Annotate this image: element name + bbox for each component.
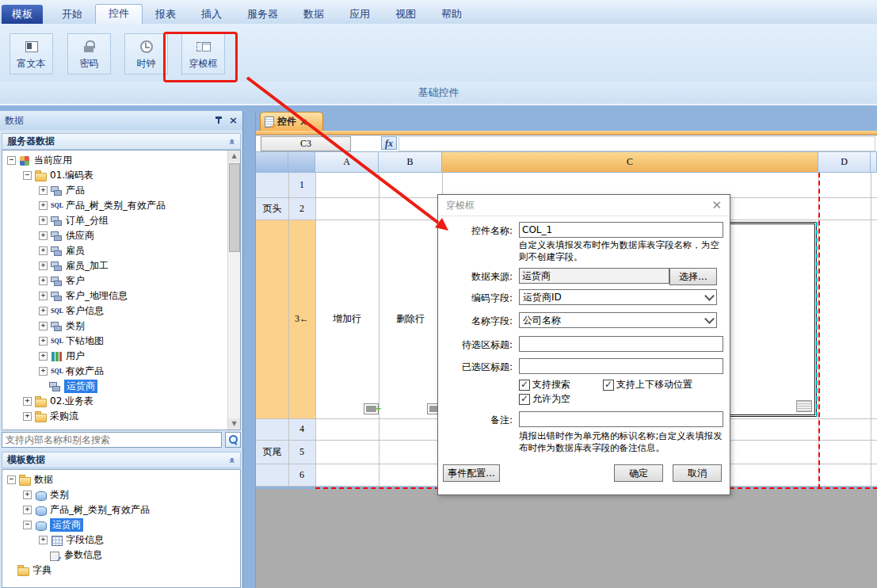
tree-item[interactable]: 产品	[2, 183, 240, 198]
tree-item[interactable]: 采购流	[2, 409, 240, 424]
tree-item[interactable]: 下钻地图	[2, 334, 240, 349]
expander-icon[interactable]	[39, 277, 48, 285]
col-header-d[interactable]: D	[818, 151, 871, 173]
expander-icon[interactable]	[39, 246, 48, 255]
pin-icon[interactable]	[215, 116, 223, 125]
checkbox-checked-icon[interactable]	[519, 380, 530, 391]
collapse-chevron-icon[interactable]: «	[227, 457, 238, 464]
event-config-button[interactable]: 事件配置...	[443, 464, 500, 482]
expander-icon[interactable]	[39, 186, 48, 195]
richtext-button[interactable]: 富文本	[10, 33, 53, 74]
row-header-3[interactable]: 3←	[288, 220, 315, 418]
col-header-c[interactable]: C	[442, 151, 818, 173]
collapse-chevron-icon[interactable]: «	[227, 139, 238, 145]
pending-title-input[interactable]	[519, 336, 723, 352]
expander-icon[interactable]	[39, 322, 48, 330]
tree-item[interactable]: 参数信息	[2, 548, 240, 563]
cell-b3-delete-row-button[interactable]: 删除行	[379, 220, 442, 418]
cancel-button[interactable]: 取消	[673, 464, 722, 482]
expander-icon[interactable]	[23, 412, 32, 421]
tree-item[interactable]: 字典	[2, 563, 240, 578]
checkbox-support-search[interactable]: 支持搜索	[519, 378, 570, 391]
menu-insert[interactable]: 插入	[189, 5, 235, 24]
expander-icon[interactable]	[39, 292, 48, 300]
cell-reference-box[interactable]: C3	[261, 136, 351, 151]
menu-widget-tab[interactable]: 控件	[95, 4, 143, 24]
tree-item[interactable]: 订单_分组	[2, 213, 240, 228]
expander-icon[interactable]	[39, 337, 48, 346]
expander-icon[interactable]	[39, 262, 48, 270]
fx-button[interactable]: fx	[381, 136, 397, 150]
code-field-select[interactable]: 运货商ID	[519, 289, 717, 305]
tree-item[interactable]: 产品_树_类别_有效产品	[2, 502, 240, 517]
tree-item[interactable]: 有效产品	[2, 364, 240, 379]
expander-icon[interactable]	[23, 506, 32, 514]
tree-item[interactable]: 客户_地理信息	[2, 288, 240, 304]
expander-icon[interactable]	[39, 216, 48, 225]
col-header-a[interactable]: A	[315, 151, 379, 173]
selected-title-input[interactable]	[519, 358, 723, 374]
tab-close-icon[interactable]: ×	[299, 116, 307, 128]
expander-icon[interactable]	[23, 397, 32, 406]
tree-item[interactable]: 雇员_加工	[2, 258, 240, 273]
tree-item[interactable]: 客户信息	[2, 304, 240, 319]
menu-view[interactable]: 视图	[383, 5, 429, 24]
row-header-4[interactable]: 4	[288, 418, 315, 440]
row-header-1[interactable]: 1	[288, 173, 315, 197]
expander-icon[interactable]	[39, 231, 48, 240]
expander-icon[interactable]	[39, 536, 48, 544]
menu-start[interactable]: 开始	[49, 5, 95, 24]
dialog-close-icon[interactable]: ✕	[711, 200, 722, 212]
data-source-input[interactable]	[519, 268, 669, 284]
tree-item[interactable]: 01.编码表	[2, 168, 240, 183]
tab-widget[interactable]: 控件 ×	[260, 112, 323, 131]
scroll-down-icon[interactable]: ▼	[228, 418, 240, 430]
search-icon[interactable]	[225, 432, 241, 448]
menu-server[interactable]: 服务器	[235, 5, 291, 24]
remark-input[interactable]	[519, 411, 723, 427]
cell-a3-add-row-button[interactable]: 增加行	[315, 220, 379, 418]
choose-button[interactable]: 选择...	[669, 268, 717, 285]
menu-report[interactable]: 报表	[143, 5, 189, 24]
tree-item[interactable]: 用户	[2, 349, 240, 364]
expander-icon[interactable]	[39, 352, 48, 361]
widget-name-input[interactable]	[519, 222, 723, 238]
formula-input[interactable]	[398, 136, 875, 151]
row-header-5[interactable]: 5	[288, 440, 315, 464]
expander-icon[interactable]	[23, 521, 32, 529]
tree-item[interactable]: 雇员	[2, 243, 240, 258]
corner-cell[interactable]	[288, 151, 315, 173]
expander-icon[interactable]	[7, 475, 16, 484]
scroll-up-icon[interactable]: ▲	[228, 151, 240, 162]
expander-icon[interactable]	[7, 156, 16, 165]
expander-icon[interactable]	[39, 201, 48, 210]
expander-icon[interactable]	[39, 307, 48, 315]
row-header-6[interactable]: 6	[288, 464, 315, 486]
expander-icon[interactable]	[39, 367, 48, 376]
checkbox-checked-icon[interactable]	[603, 380, 614, 391]
template-data-header[interactable]: 模板数据 «	[2, 452, 241, 468]
checkbox-checked-icon[interactable]	[519, 394, 530, 405]
server-data-header[interactable]: 服务器数据 «	[2, 133, 241, 150]
menu-app[interactable]: 应用	[337, 5, 383, 24]
col-header-b[interactable]: B	[379, 151, 442, 173]
menu-help[interactable]: 帮助	[429, 5, 475, 24]
tree-item[interactable]: 类别	[2, 319, 240, 334]
tree-item[interactable]: 数据	[2, 472, 240, 487]
tree-item-selected[interactable]: 运货商	[2, 379, 240, 394]
expander-icon[interactable]	[23, 171, 32, 180]
tree-item[interactable]: 当前应用	[2, 153, 240, 168]
checkbox-allow-empty[interactable]: 允许为空	[519, 392, 570, 406]
menu-template[interactable]: 模板	[2, 5, 43, 24]
search-input[interactable]	[2, 432, 222, 448]
menu-data[interactable]: 数据	[291, 5, 337, 24]
close-icon[interactable]: ×	[229, 116, 238, 125]
name-field-select[interactable]: 公司名称	[519, 312, 717, 328]
corner-cell[interactable]	[256, 151, 288, 173]
checkbox-support-move[interactable]: 支持上下移动位置	[603, 378, 692, 391]
tree-item[interactable]: 类别	[2, 487, 240, 502]
scrollbar-thumb[interactable]	[229, 163, 240, 252]
password-button[interactable]: 密码	[67, 33, 111, 74]
row-header-2[interactable]: 2	[288, 197, 315, 220]
tree-item[interactable]: 客户	[2, 273, 240, 288]
